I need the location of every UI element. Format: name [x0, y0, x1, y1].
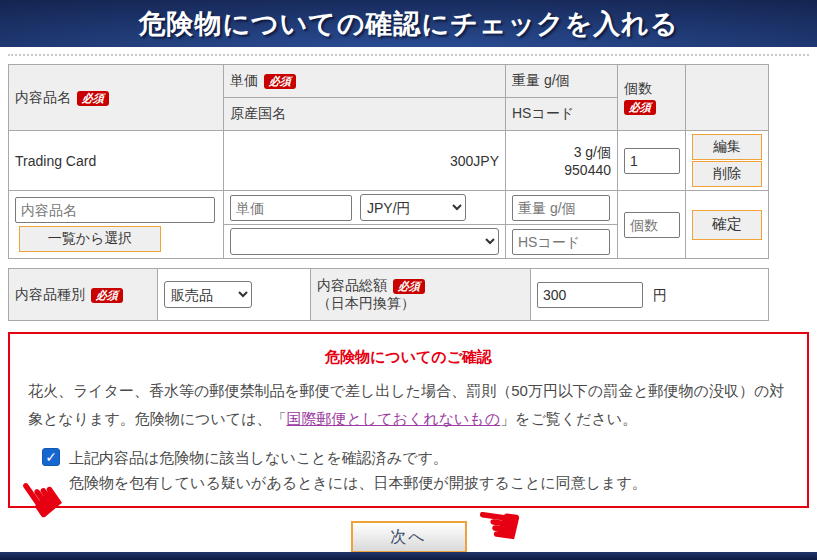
item-weight-hs-cell: 3 g/個 950440 — [506, 131, 618, 191]
required-badge: 必須 — [91, 288, 123, 303]
entry-weight-cell — [506, 191, 618, 225]
edit-button[interactable]: 編集 — [692, 134, 762, 160]
required-badge: 必須 — [624, 100, 656, 115]
required-badge: 必須 — [264, 74, 296, 89]
dangerous-goods-text-after-link: 」をご覧ください。 — [500, 410, 637, 427]
col-header-unit-price: 単価必須 — [224, 65, 506, 98]
bottom-bar — [0, 552, 817, 560]
confirm-button[interactable]: 確定 — [692, 210, 762, 240]
prohibited-items-link[interactable]: 国際郵便としておくれないもの — [287, 410, 501, 427]
content-type-label: 内容品種別 — [15, 286, 85, 302]
next-button-row: 次へ — [0, 521, 817, 553]
entry-confirm-cell: 確定 — [686, 191, 769, 259]
unit-price-label: 単価 — [230, 72, 258, 88]
currency-select[interactable]: JPY/円 — [360, 194, 466, 221]
dangerous-goods-title: 危険物についてのご確認 — [28, 348, 789, 367]
required-badge: 必須 — [77, 91, 109, 106]
entry-unit-price-input[interactable] — [230, 195, 352, 221]
total-value-note: （日本円換算） — [317, 295, 524, 313]
entry-origin-cell — [224, 225, 506, 259]
delete-button[interactable]: 削除 — [692, 161, 762, 187]
weight-label: 重量 g/個 — [512, 72, 570, 88]
col-header-origin-country: 原産国名 — [224, 98, 506, 131]
col-header-weight: 重量 g/個 — [506, 65, 618, 98]
entry-item-name-input[interactable] — [15, 197, 215, 223]
entry-row: 一覧から選択 JPY/円 確定 — [9, 191, 769, 225]
item-hs-code-value: 950440 — [512, 162, 611, 178]
item-quantity-input[interactable] — [624, 148, 680, 174]
confirmation-row: ✓ 上記内容品は危険物に該当しないことを確認済みです。 危険物を包有している疑い… — [42, 445, 789, 495]
required-badge: 必須 — [393, 279, 425, 294]
hs-code-label: HSコード — [512, 105, 574, 121]
col-header-actions — [686, 65, 769, 131]
col-header-item-name: 内容品名必須 — [9, 65, 224, 131]
origin-country-label: 原産国名 — [230, 105, 286, 121]
item-unit-price-cell: 300JPY — [224, 131, 506, 191]
total-value-label: 内容品総額 — [317, 277, 387, 293]
confirmation-line2: 危険物を包有している疑いがあるときには、日本郵便が開披することに同意します。 — [69, 470, 647, 495]
confirmation-line1: 上記内容品は危険物に該当しないことを確認済みです。 — [69, 445, 647, 470]
dotted-separator — [8, 54, 809, 56]
col-header-quantity: 個数 必須 — [618, 65, 686, 131]
content-type-cell: 販売品 — [158, 269, 311, 321]
entry-hs-code-cell — [506, 225, 618, 259]
page-title: 危険物についての確認にチェックを入れる — [138, 6, 678, 42]
dangerous-goods-box: 危険物についてのご確認 花火、ライター、香水等の郵便禁制品を郵便で差し出した場合… — [8, 332, 809, 508]
item-actions-cell: 編集 削除 — [686, 131, 769, 191]
dangerous-goods-text: 花火、ライター、香水等の郵便禁制品を郵便で差し出した場合、罰則（50万円以下の罰… — [28, 377, 789, 433]
item-name-label: 内容品名 — [15, 89, 71, 105]
item-row: Trading Card 300JPY 3 g/個 950440 編集 削除 — [9, 131, 769, 191]
total-value-header: 内容品総額必須 （日本円換算） — [311, 269, 531, 321]
origin-country-select[interactable] — [230, 228, 499, 255]
item-name-cell: Trading Card — [9, 131, 224, 191]
summary-table: 内容品種別必須 販売品 内容品総額必須 （日本円換算） 円 — [8, 268, 769, 321]
confirmation-text: 上記内容品は危険物に該当しないことを確認済みです。 危険物を包有している疑いがあ… — [69, 445, 647, 495]
entry-weight-input[interactable] — [512, 195, 610, 221]
entry-name-cell: 一覧から選択 — [9, 191, 224, 259]
entry-price-cell: JPY/円 — [224, 191, 506, 225]
entry-quantity-cell — [618, 191, 686, 259]
content-type-select[interactable]: 販売品 — [164, 281, 252, 308]
page-header-banner: 危険物についての確認にチェックを入れる — [0, 0, 817, 47]
content-type-header: 内容品種別必須 — [9, 269, 158, 321]
checkmark-icon: ✓ — [45, 450, 57, 464]
dangerous-goods-checkbox[interactable]: ✓ — [42, 448, 60, 466]
item-weight-value: 3 g/個 — [512, 144, 611, 162]
next-button[interactable]: 次へ — [351, 521, 467, 553]
item-quantity-cell — [618, 131, 686, 191]
col-header-hs-code: HSコード — [506, 98, 618, 131]
total-value-input[interactable] — [537, 282, 643, 308]
entry-quantity-input[interactable] — [624, 212, 680, 238]
currency-suffix-label: 円 — [653, 287, 667, 303]
entry-hs-code-input[interactable] — [512, 229, 610, 255]
total-value-cell: 円 — [531, 269, 769, 321]
select-from-list-button[interactable]: 一覧から選択 — [19, 226, 161, 252]
quantity-label: 個数 — [624, 80, 679, 98]
items-table: 内容品名必須 単価必須 重量 g/個 個数 必須 原産国名 HSコード Trad… — [8, 64, 769, 259]
